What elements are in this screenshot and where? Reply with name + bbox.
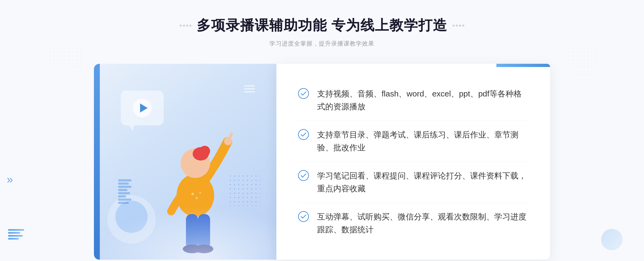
check-icon-4 [298, 211, 309, 222]
svg-point-12 [196, 197, 198, 199]
svg-point-5 [199, 146, 210, 156]
illus-line [244, 88, 255, 90]
check-icon-3 [298, 170, 309, 181]
illustration-panel [94, 64, 276, 260]
chevron-left-decoration: » [7, 173, 13, 186]
svg-point-13 [199, 192, 201, 193]
dot-pattern-top-right [564, 43, 596, 75]
header-section: 多项录播课辅助功能 专为线上教学打造 学习进度全掌握，提升录播课教学效果 [180, 16, 464, 48]
feature-item-1: 支持视频、音频、flash、word、excel、ppt、pdf等各种格式的资源… [298, 80, 529, 121]
illus-line [244, 91, 255, 92]
illustration-lines [244, 85, 255, 92]
title-dot [182, 24, 185, 27]
title-dot [189, 24, 192, 27]
feature-text-1: 支持视频、音频、flash、word、excel、ppt、pdf等各种格式的资源… [317, 87, 529, 113]
deco-bar [8, 232, 20, 234]
stripe-bar [118, 192, 130, 194]
stripe-decoration [118, 179, 131, 206]
title-dot [456, 24, 458, 27]
feature-item-4: 互动弹幕、试听购买、微信分享、观看次数限制、学习进度跟踪、数据统计 [298, 203, 529, 244]
top-decoration [496, 64, 550, 67]
title-dot [452, 24, 455, 27]
features-panel: 支持视频、音频、flash、word、excel、ppt、pdf等各种格式的资源… [276, 64, 550, 260]
title-dot [179, 24, 182, 27]
dot-pattern-top-left [48, 43, 80, 75]
main-content: 支持视频、音频、flash、word、excel、ppt、pdf等各种格式的资源… [94, 64, 550, 260]
bottom-right-decoration [601, 229, 623, 250]
deco-bar [8, 229, 24, 231]
svg-point-14 [298, 88, 309, 99]
stripe-bar [118, 202, 129, 204]
feature-item-2: 支持章节目录、弹题考试、课后练习、课后作业、章节测验、批改作业 [298, 121, 529, 162]
title-dot [459, 24, 462, 27]
page-subtitle: 学习进度全掌握，提升录播课教学效果 [180, 40, 464, 48]
feature-text-4: 互动弹幕、试听购买、微信分享、观看次数限制、学习进度跟踪、数据统计 [317, 210, 529, 236]
illus-line [244, 85, 255, 87]
stripe-bar [118, 199, 131, 201]
page-container: 多项录播课辅助功能 专为线上教学打造 学习进度全掌握，提升录播课教学效果 [0, 0, 644, 261]
check-icon-1 [298, 88, 309, 99]
title-dots-left [180, 25, 191, 27]
feature-text-2: 支持章节目录、弹题考试、课后练习、课后作业、章节测验、批改作业 [317, 128, 529, 154]
deco-bar [8, 238, 19, 240]
title-dots-right [453, 25, 464, 27]
svg-point-17 [298, 211, 309, 222]
bottom-left-decoration [8, 229, 24, 240]
stripe-bar [118, 195, 126, 197]
svg-point-11 [191, 193, 194, 195]
stripe-bar [118, 182, 129, 185]
title-dot [462, 24, 465, 27]
svg-point-15 [298, 129, 309, 140]
title-dot [186, 24, 188, 27]
deco-bar [8, 235, 23, 237]
stripe-bar [118, 179, 131, 181]
page-title: 多项录播课辅助功能 专为线上教学打造 [197, 16, 447, 35]
svg-point-16 [298, 170, 309, 181]
stripe-bar [118, 186, 131, 188]
stripe-bar [118, 189, 127, 191]
feature-item-3: 学习笔记回看、课程提问、课程评论打分、课件资料下载，重点内容收藏 [298, 162, 529, 203]
check-icon-2 [298, 129, 309, 140]
feature-text-3: 学习笔记回看、课程提问、课程评论打分、课件资料下载，重点内容收藏 [317, 169, 529, 195]
light-effect [94, 206, 276, 260]
title-row: 多项录播课辅助功能 专为线上教学打造 [180, 16, 464, 35]
